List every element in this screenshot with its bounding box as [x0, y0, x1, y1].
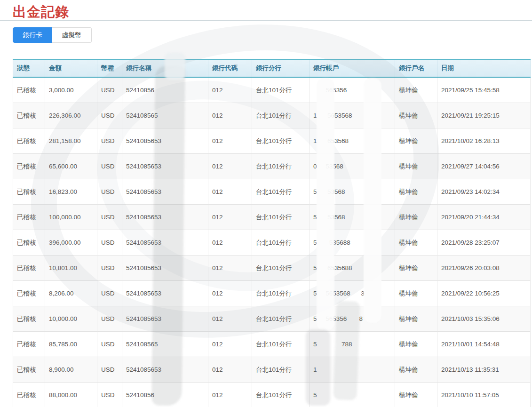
cell-bank_code: 012 [208, 281, 252, 306]
tab-virtual-currency[interactable]: 虛擬幣 [52, 27, 92, 43]
page-title: 出金記錄 [13, 3, 69, 22]
cell-branch: 台北101分行 [252, 103, 310, 128]
cell-status: 已稽核 [13, 78, 45, 103]
cell-currency: USD [97, 154, 122, 179]
tab-bar: 銀行卡 虛擬幣 [13, 27, 92, 43]
cell-status: 已稽核 [13, 357, 45, 383]
cell-amount: 10,000.00 [45, 306, 97, 332]
cell-holder: 楊坤倫 [395, 179, 437, 205]
cell-holder: 楊坤倫 [395, 154, 437, 179]
cell-bank_name: 524108565 [122, 332, 208, 357]
cell-status: 已稽核 [13, 306, 45, 332]
column-header-holder: 銀行戶名 [395, 60, 437, 77]
cell-holder: 楊坤倫 [395, 357, 437, 383]
cell-date: 2021/09/23 14:02:34 [437, 179, 531, 205]
column-header-status: 狀態 [13, 60, 45, 77]
cell-bank_code: 012 [208, 230, 252, 255]
cell-branch: 台北101分行 [252, 306, 310, 332]
cell-branch: 台北101分行 [252, 357, 310, 383]
cell-date: 2021/10/13 11:35:31 [437, 357, 531, 383]
cell-currency: USD [97, 357, 122, 383]
withdrawal-records-page: 出金記錄 銀行卡 虛擬幣 狀態金額幣種銀行名稱銀行代碼銀行分行銀行帳戶銀行戶名日… [0, 0, 532, 407]
cell-currency: USD [97, 255, 122, 281]
cell-account: 5 565356 8 [310, 306, 395, 332]
cell-date: 2021/09/21 19:25:15 [437, 103, 531, 128]
cell-account: 5 6535688 [310, 255, 395, 281]
cell-bank_name: 5241085653 [122, 205, 208, 230]
table-row: 已稽核88,000.00USD52410856012台北101分行5楊坤倫202… [13, 383, 531, 407]
cell-bank_name: 524108565 [122, 103, 208, 128]
cell-bank_name: 5241085653 [122, 306, 208, 332]
cell-currency: USD [97, 281, 122, 306]
cell-status: 已稽核 [13, 332, 45, 357]
cell-branch: 台北101分行 [252, 179, 310, 205]
cell-bank_code: 012 [208, 332, 252, 357]
cell-account: 5 53568 [310, 179, 395, 205]
table-row: 已稽核10,801.00USD5241085653012台北101分行5 653… [13, 255, 531, 281]
table-row: 已稽核3,000.00USD52410856012台北101分行 565356楊… [13, 78, 531, 103]
cell-account: 5 788 [310, 332, 395, 357]
cell-account: 5 535688 [310, 230, 395, 255]
cell-bank_code: 012 [208, 255, 252, 281]
cell-status: 已稽核 [13, 255, 45, 281]
cell-bank_code: 012 [208, 154, 252, 179]
cell-date: 2021/09/22 10:56:25 [437, 281, 531, 306]
cell-branch: 台北101分行 [252, 332, 310, 357]
cell-status: 已稽核 [13, 383, 45, 407]
cell-account: 5 [310, 383, 395, 407]
cell-date: 2021/10/10 11:57:05 [437, 383, 531, 407]
cell-holder: 楊坤倫 [395, 103, 437, 128]
cell-holder: 楊坤倫 [395, 78, 437, 103]
cell-branch: 台北101分行 [252, 383, 310, 407]
title-divider [0, 20, 532, 21]
cell-date: 2021/09/27 14:04:56 [437, 154, 531, 179]
cell-branch: 台北101分行 [252, 230, 310, 255]
cell-bank_code: 012 [208, 78, 252, 103]
cell-holder: 楊坤倫 [395, 128, 437, 154]
column-header-bank_code: 銀行代碼 [208, 60, 252, 77]
table-row: 已稽核65,600.00USD5241085653012台北101分行0 535… [13, 154, 531, 179]
column-header-branch: 銀行分行 [252, 60, 310, 77]
cell-account: 1 5653568 [310, 103, 395, 128]
cell-bank_name: 52410856 [122, 383, 208, 407]
cell-holder: 楊坤倫 [395, 306, 437, 332]
cell-account: 5 5653568 3 [310, 281, 395, 306]
cell-currency: USD [97, 78, 122, 103]
cell-amount: 226,306.00 [45, 103, 97, 128]
table-row: 已稽核16,823.00USD5241085653012台北101分行5 535… [13, 179, 531, 205]
cell-bank_name: 5241085653 [122, 281, 208, 306]
tab-bank-card[interactable]: 銀行卡 [13, 27, 52, 43]
cell-account: 565356 [310, 78, 395, 103]
cell-amount: 10,801.00 [45, 255, 97, 281]
cell-branch: 台北101分行 [252, 205, 310, 230]
cell-currency: USD [97, 306, 122, 332]
cell-status: 已稽核 [13, 179, 45, 205]
cell-holder: 楊坤倫 [395, 332, 437, 357]
cell-amount: 396,000.00 [45, 230, 97, 255]
cell-bank_code: 012 [208, 205, 252, 230]
cell-date: 2021/10/01 14:54:48 [437, 332, 531, 357]
cell-bank_name: 5241085653 [122, 154, 208, 179]
cell-status: 已稽核 [13, 103, 45, 128]
cell-date: 2021/10/02 16:28:13 [437, 128, 531, 154]
cell-amount: 85,785.00 [45, 332, 97, 357]
cell-status: 已稽核 [13, 205, 45, 230]
cell-amount: 3,000.00 [45, 78, 97, 103]
cell-amount: 281,158.00 [45, 128, 97, 154]
cell-holder: 楊坤倫 [395, 230, 437, 255]
cell-amount: 8,900.00 [45, 357, 97, 383]
cell-bank_name: 5241085653 [122, 230, 208, 255]
cell-currency: USD [97, 205, 122, 230]
table-body: 已稽核3,000.00USD52410856012台北101分行 565356楊… [13, 78, 531, 407]
table-header-row: 狀態金額幣種銀行名稱銀行代碼銀行分行銀行帳戶銀行戶名日期 [13, 59, 531, 78]
cell-date: 2021/09/26 20:03:08 [437, 255, 531, 281]
column-header-amount: 金額 [45, 60, 97, 77]
table-row: 已稽核85,785.00USD524108565012台北101分行5 788楊… [13, 332, 531, 357]
table-row: 已稽核281,158.00USD5241085653012台北101分行1 65… [13, 128, 531, 154]
cell-currency: USD [97, 383, 122, 407]
cell-holder: 楊坤倫 [395, 281, 437, 306]
column-header-bank_name: 銀行名稱 [122, 60, 208, 77]
cell-amount: 65,600.00 [45, 154, 97, 179]
cell-status: 已稽核 [13, 230, 45, 255]
cell-branch: 台北101分行 [252, 78, 310, 103]
